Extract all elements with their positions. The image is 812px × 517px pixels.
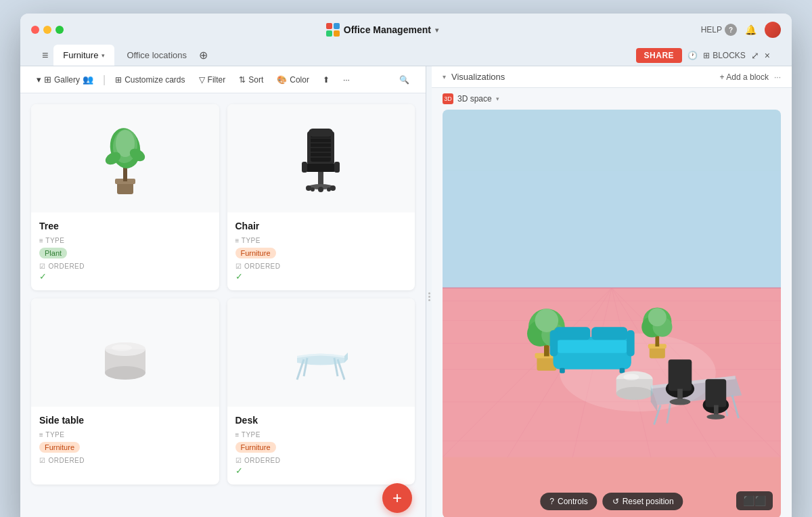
- viz-toolbar: ▾ Visualizations + Add a block ···: [432, 66, 792, 88]
- history-icon[interactable]: 🕐: [687, 51, 698, 60]
- drag-dots: [428, 292, 430, 301]
- more-icon: ···: [343, 75, 350, 85]
- sort-label: Sort: [248, 75, 263, 85]
- titlebar-actions: HELP ? 🔔: [701, 22, 781, 38]
- vr-button[interactable]: ⬛⬛: [736, 491, 773, 510]
- add-block-button[interactable]: + Add a block: [720, 72, 769, 82]
- tab-furniture-arrow[interactable]: ▾: [102, 52, 105, 59]
- notification-icon[interactable]: 🔔: [745, 24, 757, 35]
- app-logo: [326, 23, 340, 37]
- customize-cards-button[interactable]: ⊞ Customize cards: [110, 72, 190, 87]
- title-arrow[interactable]: ▾: [435, 26, 438, 34]
- card-desk-image: [227, 298, 415, 407]
- gallery-panel: ▾ ⊞ Gallery 👥 | ⊞ Customize cards ▽ Filt…: [20, 66, 426, 517]
- maximize-button[interactable]: [55, 26, 64, 34]
- viz-toolbar-left: ▾ Visualizations: [443, 72, 505, 82]
- add-record-button[interactable]: +: [382, 483, 412, 513]
- tabbar: ≡ Furniture ▾ Office locations ⊕ SHARE 🕐…: [31, 45, 781, 66]
- furniture-badge-table: Furniture: [39, 442, 80, 453]
- card-chair-check: ✓: [235, 270, 407, 282]
- card-desk-title: Desk: [235, 415, 407, 426]
- svg-rect-19: [318, 172, 323, 185]
- collapse-icon[interactable]: ▾: [443, 73, 446, 81]
- card-chair-image: [227, 104, 415, 212]
- card-sidetable[interactable]: Side table ≡ TYPE Furniture ☑ ORDERED: [31, 298, 219, 485]
- type-label-4: ≡ TYPE: [235, 431, 407, 439]
- card-chair-type-field: ≡ TYPE Furniture: [235, 237, 407, 258]
- svg-point-57: [535, 309, 559, 332]
- card-sidetable-image: [31, 298, 219, 407]
- gallery-view-button[interactable]: ▾ ⊞ Gallery 👥: [31, 72, 99, 87]
- space-arrow[interactable]: ▾: [496, 95, 499, 102]
- share-button[interactable]: SHARE: [636, 48, 683, 63]
- card-desk[interactable]: Desk ≡ TYPE Furniture ☑ ORDERED: [227, 298, 415, 485]
- expand-icon[interactable]: ⤢: [751, 50, 759, 61]
- add-block-label: + Add a block: [720, 72, 769, 82]
- search-button[interactable]: 🔍: [394, 72, 415, 87]
- svg-point-25: [327, 187, 331, 192]
- svg-point-84: [670, 399, 691, 405]
- card-tree[interactable]: Tree ≡ TYPE Plant ☑ ORDERED: [31, 104, 219, 290]
- filter-label: Filter: [208, 75, 226, 85]
- card-sidetable-title: Side table: [39, 415, 211, 426]
- avatar[interactable]: [765, 22, 781, 38]
- minimize-button[interactable]: [43, 26, 51, 34]
- tab-furniture-label: Furniture: [63, 50, 98, 60]
- app-title: Office Management ▾: [326, 23, 438, 37]
- svg-rect-72: [620, 368, 625, 374]
- close-button[interactable]: [31, 26, 39, 34]
- help-label: HELP: [701, 25, 722, 35]
- plant-badge: Plant: [39, 248, 67, 258]
- svg-point-75: [616, 387, 653, 400]
- visualizations-panel: ▾ Visualizations + Add a block ··· 3D 3D…: [432, 66, 792, 517]
- card-chair-title: Chair: [235, 221, 407, 231]
- svg-point-88: [706, 414, 725, 420]
- ordered-icon: ☑: [39, 263, 46, 270]
- panel-drag-handle[interactable]: [426, 66, 432, 517]
- svg-point-76: [623, 374, 639, 380]
- controls-label: Controls: [558, 497, 588, 506]
- viz-toolbar-right: + Add a block ···: [720, 72, 781, 82]
- menu-icon[interactable]: ≡: [42, 49, 48, 62]
- export-button[interactable]: ⬆: [317, 72, 335, 87]
- card-tree-ordered: ☑ ORDERED: [39, 263, 211, 270]
- furniture-badge-chair: Furniture: [235, 248, 276, 258]
- sort-button[interactable]: ⇅ Sort: [233, 72, 269, 87]
- card-desk-type-field: ≡ TYPE Furniture: [235, 431, 407, 453]
- card-chair-ordered: ☑ ORDERED: [235, 263, 407, 270]
- add-tab-button[interactable]: ⊕: [199, 49, 208, 62]
- close-panel-icon[interactable]: ×: [765, 50, 770, 61]
- color-button[interactable]: 🎨 Color: [271, 72, 315, 87]
- ordered-icon-2: ☑: [235, 263, 242, 270]
- 3d-viewport[interactable]: ? Controls ↺ Reset position ⬛⬛: [443, 110, 781, 517]
- svg-rect-86: [705, 379, 726, 407]
- triangle-icon: ▾: [37, 74, 41, 85]
- tab-furniture[interactable]: Furniture ▾: [53, 45, 114, 66]
- help-button[interactable]: HELP ?: [701, 24, 737, 36]
- svg-rect-2: [123, 166, 127, 181]
- type-label-2: ≡ TYPE: [235, 237, 407, 244]
- viz-more-button[interactable]: ···: [774, 72, 781, 82]
- 3d-space-icon: 3D: [443, 93, 453, 104]
- reset-position-button[interactable]: ↺ Reset position: [603, 493, 683, 510]
- app-window: Office Management ▾ HELP ? 🔔 ≡ Furniture…: [20, 14, 792, 517]
- blocks-button[interactable]: ⊞ BLOCKS: [703, 51, 746, 60]
- controls-button[interactable]: ? Controls: [540, 493, 597, 510]
- field-icon-4: ≡: [235, 431, 240, 439]
- card-sidetable-ordered: ☑ ORDERED: [39, 457, 211, 464]
- card-tree-check: ✓: [39, 270, 211, 282]
- filter-button[interactable]: ▽ Filter: [194, 72, 231, 87]
- sort-icon: ⇅: [239, 75, 246, 85]
- help-icon: ?: [725, 24, 737, 36]
- more-button[interactable]: ···: [338, 72, 355, 87]
- reset-label: Reset position: [623, 497, 674, 506]
- svg-rect-16: [305, 164, 336, 172]
- svg-rect-70: [627, 330, 635, 356]
- card-chair[interactable]: Chair ≡ TYPE Furniture ☑ ORDERED: [227, 104, 415, 290]
- search-icon: 🔍: [399, 75, 409, 85]
- tab-office-locations[interactable]: Office locations: [117, 45, 196, 66]
- card-sidetable-body: Side table ≡ TYPE Furniture ☑ ORDERED: [31, 407, 219, 472]
- card-desk-body: Desk ≡ TYPE Furniture ☑ ORDERED: [227, 407, 415, 485]
- svg-rect-9: [311, 135, 331, 162]
- card-desk-ordered: ☑ ORDERED: [235, 457, 407, 464]
